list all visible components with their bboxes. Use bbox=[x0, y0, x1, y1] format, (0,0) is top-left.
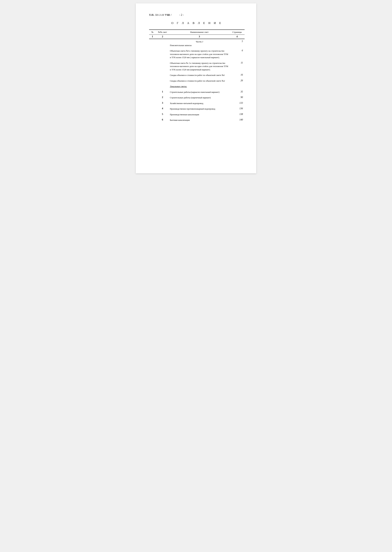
cell-pages: 11 bbox=[230, 61, 245, 64]
col-num-4: 4 bbox=[230, 35, 245, 38]
cell-smeta-num: 5 bbox=[156, 112, 169, 116]
cell-pages: 133 bbox=[230, 101, 245, 105]
cell-pages: 140 bbox=[230, 118, 245, 121]
cell-pages: 90 bbox=[230, 96, 245, 99]
table-row: Сводка объемов и стоимости работ по объе… bbox=[149, 73, 245, 77]
cell-num bbox=[149, 101, 156, 102]
table-row: 5 Производственная канализация 138 bbox=[149, 112, 245, 117]
contents-table: № №№ смет Наименование смет Страницы I 2… bbox=[149, 29, 245, 122]
table-row: 2 Строительные работы (кирпичный вариант… bbox=[149, 96, 245, 100]
cell-pages: 6 bbox=[230, 49, 245, 52]
cell-content: Производственная канализация bbox=[169, 112, 230, 117]
cell-content: Объектная смета № 2 к типовому проекту н… bbox=[169, 61, 230, 72]
cell-content: Строительные работы (кирпичный вариант) bbox=[169, 96, 230, 100]
cell-smeta-num bbox=[156, 84, 169, 85]
table-row: 1 Строительные работы:(каркасно-панельны… bbox=[149, 90, 245, 94]
cell-smeta-num: 3 bbox=[156, 101, 169, 105]
table-row: Часть I Пояснительная записка 5 bbox=[149, 40, 245, 47]
table-row: 3 Хозяйственно-питьевой водопровод 133 bbox=[149, 101, 245, 105]
header: Т.П. 501-3-10/ УШ / - 2 - bbox=[149, 14, 245, 16]
table-header-row: № №№ смет Наименование смет Страницы bbox=[149, 29, 245, 35]
cell-smeta-num bbox=[156, 49, 169, 49]
cell-num bbox=[149, 40, 156, 40]
cell-content: Строительные работы:(каркасно-панельный … bbox=[169, 90, 230, 94]
col-header-name: Наименование смет bbox=[169, 31, 230, 34]
cell-pages: 136 bbox=[230, 107, 245, 110]
cell-smeta-num: 4 bbox=[156, 107, 169, 110]
cell-num bbox=[149, 61, 156, 62]
cell-content: Производственно-противопожарный водопров… bbox=[169, 107, 230, 111]
col-header-pages: Страницы bbox=[230, 31, 245, 34]
cell-content: Часть I Пояснительная записка bbox=[169, 40, 230, 47]
cell-pages: 35 bbox=[230, 90, 245, 93]
cell-smeta-num: 6 bbox=[156, 118, 169, 121]
row-text: Пояснительная записка bbox=[170, 44, 229, 47]
cell-num bbox=[149, 84, 156, 85]
cell-smeta-num: 2 bbox=[156, 96, 169, 99]
table-row: Локальные сметы: bbox=[149, 84, 245, 88]
cell-num bbox=[149, 107, 156, 108]
cell-num bbox=[149, 118, 156, 119]
cell-smeta-num bbox=[156, 73, 169, 74]
header-prefix: Т.П. bbox=[149, 14, 154, 16]
cell-pages bbox=[230, 84, 245, 85]
table-row: 6 Бытовая канализация 140 bbox=[149, 118, 245, 122]
col-header-smeta-num: №№ смет bbox=[156, 31, 169, 34]
cell-content: Бытовая канализация bbox=[169, 118, 230, 122]
cell-pages: 138 bbox=[230, 112, 245, 116]
header-dash: - 2 - bbox=[175, 14, 184, 16]
cell-num bbox=[149, 90, 156, 91]
cell-num bbox=[149, 49, 156, 49]
cell-smeta-num: 1 bbox=[156, 90, 169, 93]
cell-smeta-num bbox=[156, 61, 169, 62]
cell-content: Хозяйственно-питьевой водопровод bbox=[169, 101, 230, 105]
page-title: О Г Л А В Л Е Н И Е bbox=[149, 21, 245, 25]
cell-num bbox=[149, 96, 156, 96]
table-row: Объектная смета №I к типовому проекту на… bbox=[149, 49, 245, 59]
table-body: Часть I Пояснительная записка 5 Объектна… bbox=[149, 39, 245, 122]
header-suffix: УШ / bbox=[165, 14, 172, 16]
cell-pages: 5 bbox=[230, 40, 245, 43]
cell-content: Объектная смета №I к типовому проекту на… bbox=[169, 49, 230, 59]
cell-num bbox=[149, 112, 156, 113]
cell-content: Локальные сметы: bbox=[169, 84, 230, 88]
cell-pages: 16 bbox=[230, 73, 245, 77]
section-label: Локальные сметы: bbox=[170, 85, 187, 88]
col-num-1: I bbox=[149, 35, 156, 38]
cell-num bbox=[149, 73, 156, 74]
cell-content: Сводка объемов и стоимости работ по объе… bbox=[169, 73, 230, 77]
col-numbers-row: I 2 3 4 bbox=[149, 35, 245, 39]
cell-smeta-num bbox=[156, 40, 169, 40]
part-header: Часть I bbox=[170, 40, 229, 43]
cell-smeta-num bbox=[156, 79, 169, 80]
cell-pages: 26 bbox=[230, 79, 245, 82]
col-num-2: 2 bbox=[156, 35, 169, 38]
header-code: 501-3-10/ bbox=[155, 14, 164, 16]
table-row: Сводка объемов и стоимости работ по объе… bbox=[149, 79, 245, 83]
col-num-3: 3 bbox=[169, 35, 230, 38]
table-row: Объектная смета № 2 к типовому проекту н… bbox=[149, 61, 245, 72]
col-header-num: № bbox=[149, 31, 156, 34]
page: Т.П. 501-3-10/ УШ / - 2 - О Г Л А В Л Е … bbox=[136, 3, 256, 173]
table-row: 4 Производственно-противопожарный водопр… bbox=[149, 107, 245, 111]
cell-content: Сводка объемов и стоимости работ по объе… bbox=[169, 79, 230, 83]
cell-num bbox=[149, 79, 156, 80]
